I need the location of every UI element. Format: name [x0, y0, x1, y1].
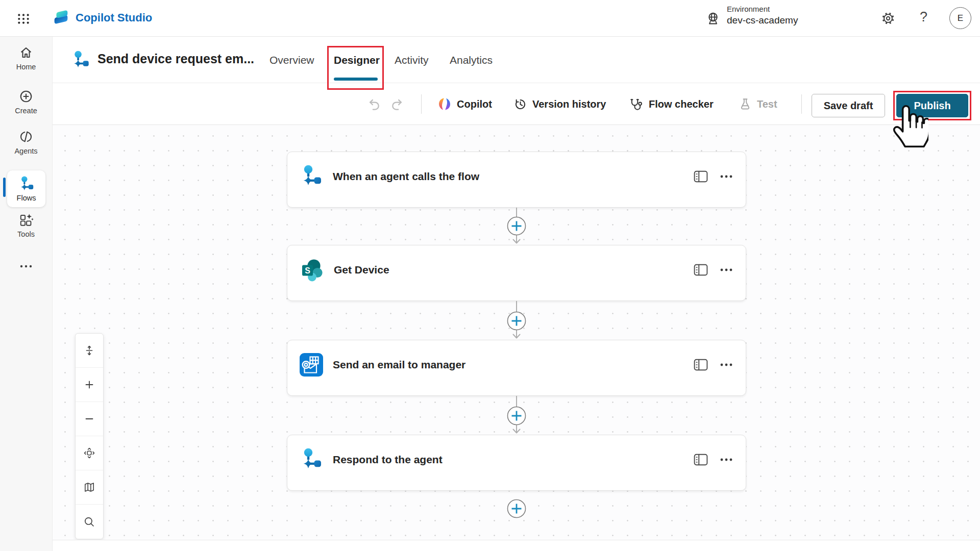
tab-designer[interactable]: Designer — [334, 37, 380, 83]
more-ellipsis-icon — [720, 175, 732, 178]
copilot-studio-app: Copilot Studio Environment dev-cs-academ… — [0, 0, 980, 551]
version-history-label: Version history — [532, 98, 606, 110]
flow-title: Send device request em... — [97, 52, 254, 66]
node-more-button[interactable] — [720, 458, 732, 461]
open-pane-button[interactable] — [694, 264, 708, 276]
flow-title-icon — [71, 51, 90, 70]
flow-checker-label: Flow checker — [649, 98, 714, 110]
open-pane-icon — [694, 454, 708, 466]
copilot-button[interactable]: Copilot — [437, 83, 492, 125]
flow-designer-canvas[interactable]: When an agent calls the flow — [53, 125, 980, 551]
more-ellipsis-icon — [720, 363, 732, 366]
node-title: Respond to the agent — [333, 454, 694, 466]
agent-flow-icon — [300, 448, 323, 471]
environment-label: Environment — [727, 5, 770, 13]
test-label: Test — [757, 98, 777, 110]
undo-button[interactable] — [367, 83, 381, 125]
outlook-icon — [300, 353, 323, 377]
sidebar-item-label: Agents — [14, 147, 37, 155]
fit-to-view-button[interactable] — [76, 334, 103, 368]
open-pane-button[interactable] — [694, 170, 708, 183]
designer-toolbar: Copilot Version history Flow checker — [53, 83, 980, 125]
open-pane-icon — [694, 170, 708, 183]
sidebar-item-home[interactable]: Home — [0, 45, 52, 71]
node-more-button[interactable] — [720, 268, 732, 271]
connector-end — [505, 497, 528, 520]
svg-text:S: S — [305, 266, 310, 275]
sidebar-item-label: Home — [16, 63, 36, 71]
save-draft-button[interactable]: Save draft — [812, 94, 885, 117]
open-pane-button[interactable] — [694, 359, 708, 371]
app-title[interactable]: Copilot Studio — [76, 11, 152, 24]
version-history-button[interactable]: Version history — [513, 83, 606, 125]
undo-icon — [367, 97, 381, 111]
more-ellipsis-icon — [720, 458, 732, 461]
left-nav-sidebar: Home Create Agents — [0, 37, 53, 551]
selected-item-indicator — [3, 178, 6, 197]
top-app-bar: Copilot Studio Environment dev-cs-academ… — [0, 0, 980, 37]
node-more-button[interactable] — [720, 175, 732, 178]
open-pane-icon — [694, 264, 708, 276]
flow-header: Send device request em... Overview Desig… — [53, 37, 980, 83]
canvas-bottom-track — [53, 540, 980, 551]
tab-activity[interactable]: Activity — [395, 37, 429, 83]
flow-checker-button[interactable]: Flow checker — [629, 83, 714, 125]
toolbar-divider — [801, 94, 802, 114]
search-button[interactable] — [76, 505, 103, 539]
avatar[interactable]: E — [949, 7, 971, 29]
settings-gear-icon[interactable] — [881, 11, 895, 26]
flow-node-respond[interactable]: Respond to the agent — [287, 435, 746, 491]
connector — [505, 208, 528, 245]
sharepoint-icon: S — [300, 258, 324, 282]
copilot-label: Copilot — [457, 98, 492, 110]
copilot-icon — [437, 97, 452, 111]
minimap-button[interactable] — [76, 470, 103, 505]
zoom-in-icon — [83, 379, 95, 391]
help-icon[interactable]: ? — [920, 9, 927, 25]
avatar-initial: E — [958, 13, 963, 23]
sidebar-item-flows[interactable]: Flows — [7, 170, 45, 207]
zoom-out-icon — [83, 413, 95, 425]
node-more-button[interactable] — [720, 363, 732, 366]
create-plus-icon — [18, 89, 34, 104]
canvas-view-toolbar — [75, 333, 104, 539]
open-pane-icon — [694, 359, 708, 371]
environment-name[interactable]: dev-cs-academy — [727, 15, 798, 26]
sidebar-item-tools[interactable]: Tools — [0, 212, 52, 238]
agent-flow-icon — [300, 165, 323, 188]
pan-icon — [83, 447, 95, 459]
version-history-icon — [513, 97, 527, 111]
more-ellipsis-icon — [720, 268, 732, 271]
node-title: Get Device — [334, 264, 694, 276]
more-ellipsis-icon — [19, 264, 33, 268]
waffle-menu-icon[interactable] — [14, 12, 33, 26]
environment-globe-icon — [705, 11, 721, 27]
sidebar-more-button[interactable] — [0, 264, 52, 268]
save-draft-label: Save draft — [824, 100, 873, 112]
toolbar-divider — [421, 94, 422, 114]
redo-button[interactable] — [390, 83, 404, 125]
home-icon — [18, 45, 34, 60]
sidebar-item-create[interactable]: Create — [0, 89, 52, 115]
sidebar-item-label: Create — [15, 107, 37, 115]
waffle-grid-icon — [14, 12, 33, 26]
flows-icon — [18, 176, 35, 192]
connector — [505, 301, 528, 340]
open-pane-button[interactable] — [694, 454, 708, 466]
pan-mode-button[interactable] — [76, 436, 103, 470]
sidebar-item-agents[interactable]: Agents — [0, 129, 52, 155]
sidebar-item-label: Tools — [17, 230, 35, 238]
search-icon — [83, 516, 95, 528]
test-beaker-icon — [739, 97, 752, 111]
node-title: When an agent calls the flow — [333, 170, 694, 183]
flow-node-get-device[interactable]: S Get Device — [287, 245, 746, 301]
tab-analytics[interactable]: Analytics — [450, 37, 493, 83]
flow-node-trigger[interactable]: When an agent calls the flow — [287, 152, 746, 208]
zoom-out-button[interactable] — [76, 402, 103, 436]
test-button[interactable]: Test — [739, 83, 777, 125]
publish-button[interactable]: Publish — [896, 94, 968, 117]
tab-overview[interactable]: Overview — [270, 37, 314, 83]
zoom-in-button[interactable] — [76, 368, 103, 402]
flow-node-send-email[interactable]: Send an email to manager — [287, 340, 746, 396]
publish-label: Publish — [914, 100, 950, 112]
